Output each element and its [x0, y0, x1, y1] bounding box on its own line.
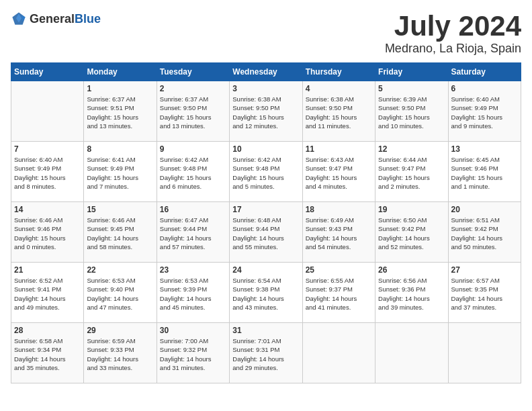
calendar-cell: 21Sunrise: 6:52 AM Sunset: 9:41 PM Dayli… — [11, 263, 84, 323]
header-tuesday: Tuesday — [157, 63, 229, 81]
cell-content: Sunrise: 6:37 AM Sunset: 9:51 PM Dayligh… — [87, 95, 153, 130]
day-number: 21 — [14, 265, 81, 275]
day-number: 19 — [378, 205, 445, 214]
cell-content: Sunrise: 6:57 AM Sunset: 9:35 PM Dayligh… — [451, 276, 518, 312]
calendar-cell: 9Sunrise: 6:42 AM Sunset: 9:48 PM Daylig… — [157, 142, 229, 202]
day-number: 7 — [14, 144, 81, 154]
cell-content: Sunrise: 7:01 AM Sunset: 9:31 PM Dayligh… — [232, 336, 299, 372]
header-sunday: Sunday — [11, 63, 84, 81]
day-number: 29 — [87, 326, 153, 335]
calendar-cell — [375, 323, 448, 383]
day-number: 23 — [160, 265, 226, 275]
cell-content: Sunrise: 6:46 AM Sunset: 9:46 PM Dayligh… — [14, 216, 81, 251]
calendar-week-row: 28Sunrise: 6:58 AM Sunset: 9:34 PM Dayli… — [11, 323, 521, 383]
day-number: 30 — [160, 326, 226, 335]
cell-content: Sunrise: 6:58 AM Sunset: 9:34 PM Dayligh… — [14, 336, 81, 372]
day-number: 25 — [306, 265, 372, 275]
cell-content: Sunrise: 6:50 AM Sunset: 9:42 PM Dayligh… — [378, 216, 445, 251]
calendar-cell: 12Sunrise: 6:44 AM Sunset: 9:47 PM Dayli… — [375, 142, 448, 202]
calendar-body: 1Sunrise: 6:37 AM Sunset: 9:51 PM Daylig… — [11, 81, 521, 383]
cell-content: Sunrise: 6:38 AM Sunset: 9:50 PM Dayligh… — [232, 95, 299, 130]
day-number: 4 — [306, 84, 372, 93]
calendar-cell: 28Sunrise: 6:58 AM Sunset: 9:34 PM Dayli… — [11, 323, 84, 383]
day-number: 9 — [160, 144, 226, 154]
cell-content: Sunrise: 6:41 AM Sunset: 9:49 PM Dayligh… — [87, 155, 153, 191]
calendar-cell: 4Sunrise: 6:38 AM Sunset: 9:50 PM Daylig… — [302, 81, 375, 142]
day-number: 15 — [87, 205, 153, 214]
day-number: 24 — [232, 265, 299, 275]
cell-content: Sunrise: 6:59 AM Sunset: 9:33 PM Dayligh… — [87, 336, 153, 372]
cell-content: Sunrise: 6:48 AM Sunset: 9:44 PM Dayligh… — [232, 216, 299, 251]
cell-content: Sunrise: 6:42 AM Sunset: 9:48 PM Dayligh… — [160, 155, 226, 191]
day-number: 2 — [160, 84, 226, 93]
calendar-cell: 11Sunrise: 6:43 AM Sunset: 9:47 PM Dayli… — [302, 142, 375, 202]
cell-content: Sunrise: 6:45 AM Sunset: 9:46 PM Dayligh… — [451, 155, 518, 191]
calendar-week-row: 7Sunrise: 6:40 AM Sunset: 9:49 PM Daylig… — [11, 142, 521, 202]
day-number: 5 — [378, 84, 445, 93]
cell-content: Sunrise: 6:40 AM Sunset: 9:49 PM Dayligh… — [14, 155, 81, 191]
logo-blue-text: Blue — [75, 12, 101, 26]
cell-content: Sunrise: 6:55 AM Sunset: 9:37 PM Dayligh… — [306, 276, 372, 312]
cell-content: Sunrise: 6:46 AM Sunset: 9:45 PM Dayligh… — [87, 216, 153, 251]
calendar-week-row: 14Sunrise: 6:46 AM Sunset: 9:46 PM Dayli… — [11, 202, 521, 263]
day-number: 17 — [232, 205, 299, 214]
day-number: 16 — [160, 205, 226, 214]
calendar-cell: 29Sunrise: 6:59 AM Sunset: 9:33 PM Dayli… — [84, 323, 157, 383]
calendar-cell: 15Sunrise: 6:46 AM Sunset: 9:45 PM Dayli… — [84, 202, 157, 263]
day-number: 6 — [451, 84, 518, 93]
calendar-header: SundayMondayTuesdayWednesdayThursdayFrid… — [11, 63, 521, 81]
day-number: 3 — [232, 84, 299, 93]
calendar-cell: 6Sunrise: 6:40 AM Sunset: 9:49 PM Daylig… — [448, 81, 521, 142]
calendar-cell — [302, 323, 375, 383]
day-number: 22 — [87, 265, 153, 275]
month-year-title: July 2024 — [385, 11, 521, 42]
calendar-week-row: 1Sunrise: 6:37 AM Sunset: 9:51 PM Daylig… — [11, 81, 521, 142]
cell-content: Sunrise: 6:51 AM Sunset: 9:42 PM Dayligh… — [451, 216, 518, 251]
calendar-cell: 20Sunrise: 6:51 AM Sunset: 9:42 PM Dayli… — [448, 202, 521, 263]
cell-content: Sunrise: 6:49 AM Sunset: 9:43 PM Dayligh… — [306, 216, 372, 251]
header-wednesday: Wednesday — [230, 63, 302, 81]
calendar-week-row: 21Sunrise: 6:52 AM Sunset: 9:41 PM Dayli… — [11, 263, 521, 323]
cell-content: Sunrise: 6:39 AM Sunset: 9:50 PM Dayligh… — [378, 95, 445, 130]
day-number: 26 — [378, 265, 445, 275]
header-monday: Monday — [84, 63, 157, 81]
calendar-cell: 1Sunrise: 6:37 AM Sunset: 9:51 PM Daylig… — [84, 81, 157, 142]
calendar-cell: 17Sunrise: 6:48 AM Sunset: 9:44 PM Dayli… — [230, 202, 302, 263]
calendar-cell: 16Sunrise: 6:47 AM Sunset: 9:44 PM Dayli… — [157, 202, 229, 263]
day-number: 12 — [378, 144, 445, 154]
day-number: 13 — [451, 144, 518, 154]
calendar-cell: 18Sunrise: 6:49 AM Sunset: 9:43 PM Dayli… — [302, 202, 375, 263]
calendar-cell: 8Sunrise: 6:41 AM Sunset: 9:49 PM Daylig… — [84, 142, 157, 202]
cell-content: Sunrise: 6:47 AM Sunset: 9:44 PM Dayligh… — [160, 216, 226, 251]
cell-content: Sunrise: 6:54 AM Sunset: 9:38 PM Dayligh… — [232, 276, 299, 312]
calendar-table: SundayMondayTuesdayWednesdayThursdayFrid… — [11, 62, 521, 383]
cell-content: Sunrise: 6:37 AM Sunset: 9:50 PM Dayligh… — [160, 95, 226, 130]
logo-general-text: General — [30, 12, 75, 26]
header-friday: Friday — [375, 63, 448, 81]
cell-content: Sunrise: 6:53 AM Sunset: 9:39 PM Dayligh… — [160, 276, 226, 312]
calendar-cell — [448, 323, 521, 383]
day-number: 11 — [306, 144, 372, 154]
page-header: General Blue July 2024 Medrano, La Rioja… — [11, 11, 521, 56]
day-number: 14 — [14, 205, 81, 214]
calendar-cell: 25Sunrise: 6:55 AM Sunset: 9:37 PM Dayli… — [302, 263, 375, 323]
calendar-cell: 26Sunrise: 6:56 AM Sunset: 9:36 PM Dayli… — [375, 263, 448, 323]
cell-content: Sunrise: 6:42 AM Sunset: 9:48 PM Dayligh… — [232, 155, 299, 191]
cell-content: Sunrise: 6:44 AM Sunset: 9:47 PM Dayligh… — [378, 155, 445, 191]
calendar-cell: 31Sunrise: 7:01 AM Sunset: 9:31 PM Dayli… — [230, 323, 302, 383]
calendar-cell: 27Sunrise: 6:57 AM Sunset: 9:35 PM Dayli… — [448, 263, 521, 323]
calendar-cell: 3Sunrise: 6:38 AM Sunset: 9:50 PM Daylig… — [230, 81, 302, 142]
calendar-cell: 5Sunrise: 6:39 AM Sunset: 9:50 PM Daylig… — [375, 81, 448, 142]
cell-content: Sunrise: 6:38 AM Sunset: 9:50 PM Dayligh… — [306, 95, 372, 130]
cell-content: Sunrise: 6:40 AM Sunset: 9:49 PM Dayligh… — [451, 95, 518, 130]
calendar-cell — [11, 81, 84, 142]
calendar-cell: 13Sunrise: 6:45 AM Sunset: 9:46 PM Dayli… — [448, 142, 521, 202]
day-number: 31 — [232, 326, 299, 335]
location-subtitle: Medrano, La Rioja, Spain — [385, 42, 521, 56]
logo-icon — [11, 11, 27, 27]
cell-content: Sunrise: 6:56 AM Sunset: 9:36 PM Dayligh… — [378, 276, 445, 312]
header-thursday: Thursday — [302, 63, 375, 81]
calendar-cell: 10Sunrise: 6:42 AM Sunset: 9:48 PM Dayli… — [230, 142, 302, 202]
calendar-cell: 23Sunrise: 6:53 AM Sunset: 9:39 PM Dayli… — [157, 263, 229, 323]
calendar-cell: 24Sunrise: 6:54 AM Sunset: 9:38 PM Dayli… — [230, 263, 302, 323]
